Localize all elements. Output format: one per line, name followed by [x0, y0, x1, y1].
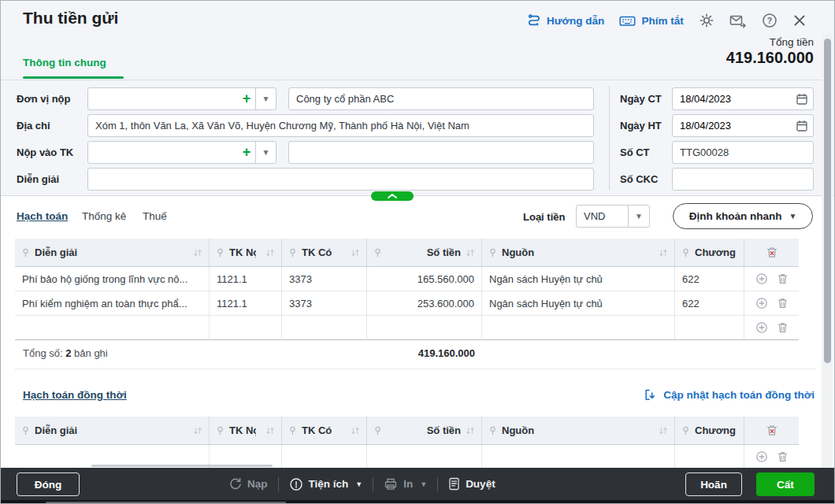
cell-description[interactable]: Phí kiểm nghiệm an toàn thực phẩ... [15, 291, 210, 316]
delete-all-rows-icon[interactable] [744, 417, 799, 445]
pin-icon[interactable] [21, 426, 30, 435]
cell-amount[interactable] [367, 316, 482, 340]
sort-icon[interactable] [351, 248, 360, 258]
accounting-table-row[interactable]: Phí kiểm nghiệm an toàn thực phẩ... 1121… [15, 291, 799, 316]
sort-icon[interactable] [659, 248, 668, 258]
account-dropdown-arrow[interactable]: ▼ [255, 142, 276, 163]
cell-chapter[interactable] [675, 445, 744, 468]
cell-amount[interactable]: 165.560.000 [367, 267, 482, 291]
payer-name-input[interactable] [288, 87, 594, 110]
tab-accounting[interactable]: Hạch toán [17, 210, 68, 222]
cell-source[interactable]: Ngân sách Huyện tự chủ [482, 267, 675, 291]
cell-amount[interactable] [367, 445, 482, 468]
posting-date-calendar-icon[interactable] [791, 120, 813, 132]
col-header-source[interactable]: Nguồn [482, 417, 675, 445]
cell-source[interactable]: Ngân sách Huyện tự chủ [482, 291, 675, 316]
utilities-button[interactable]: Tiện ích ▼ [289, 477, 363, 491]
pin-icon[interactable] [373, 248, 382, 258]
sort-icon[interactable] [466, 426, 475, 435]
add-row-icon[interactable] [755, 272, 768, 285]
delete-row-icon[interactable] [777, 272, 789, 285]
cell-credit[interactable] [282, 316, 367, 340]
col-header-amount[interactable]: Số tiền [367, 239, 482, 267]
ckc-input[interactable] [672, 168, 814, 191]
delete-row-icon[interactable] [777, 321, 789, 334]
sort-icon[interactable] [193, 426, 202, 435]
pin-icon[interactable] [216, 426, 225, 435]
sort-icon[interactable] [193, 248, 202, 258]
delete-all-rows-icon[interactable] [744, 239, 799, 267]
col-header-chapter[interactable]: Chương [675, 417, 744, 445]
vertical-scrollbar-thumb[interactable] [824, 39, 831, 363]
currency-select[interactable]: VND ▼ [576, 205, 650, 228]
add-payer-icon[interactable]: + [238, 88, 255, 109]
add-row-icon[interactable] [755, 321, 768, 334]
pin-icon[interactable] [288, 248, 297, 258]
sort-icon[interactable] [351, 426, 360, 435]
cell-debit[interactable]: 1121.1 [210, 267, 282, 291]
reload-button[interactable]: Nạp [228, 477, 268, 491]
settings-gear-icon[interactable] [699, 13, 714, 28]
cell-amount[interactable]: 253.600.000 [367, 291, 482, 316]
print-button[interactable]: In ▼ [384, 477, 427, 491]
doc-no-input[interactable] [672, 141, 814, 164]
col-header-credit[interactable]: TK Có [282, 239, 367, 267]
guide-link[interactable]: Hướng dẫn [527, 13, 604, 28]
simultaneous-posting-link[interactable]: Hạch toán đồng thời [23, 389, 127, 401]
cell-credit[interactable] [282, 445, 367, 468]
delete-row-icon[interactable] [777, 450, 789, 463]
deposit-account-input[interactable] [88, 142, 238, 163]
sort-icon[interactable] [466, 248, 475, 258]
cell-source[interactable] [482, 316, 675, 340]
col-header-description[interactable]: Diễn giải [15, 239, 210, 267]
add-account-icon[interactable]: + [238, 142, 255, 163]
help-icon[interactable]: ? [762, 13, 777, 28]
pin-icon[interactable] [488, 426, 497, 435]
cell-debit[interactable] [210, 316, 282, 340]
sort-icon[interactable] [265, 248, 275, 258]
pin-icon[interactable] [681, 426, 690, 435]
cell-credit[interactable]: 3373 [282, 291, 367, 316]
cell-chapter[interactable] [675, 316, 744, 340]
accounting-table-row[interactable]: Phí bảo hộ giống trong lĩnh vực nô... 11… [15, 267, 799, 291]
description-input[interactable] [87, 168, 594, 191]
tab-general-info[interactable]: Thông tin chung [23, 57, 106, 69]
pin-icon[interactable] [216, 248, 225, 258]
close-icon[interactable] [792, 13, 807, 28]
add-row-icon[interactable] [755, 297, 768, 309]
col-header-debit[interactable]: TK Nợ [210, 417, 282, 445]
col-header-source[interactable]: Nguồn [482, 239, 675, 267]
cell-source[interactable] [482, 445, 675, 468]
pin-icon[interactable] [681, 248, 690, 258]
close-button[interactable]: Đóng [17, 472, 80, 496]
delete-row-icon[interactable] [777, 297, 789, 309]
col-header-debit[interactable]: TK Nợ [210, 239, 282, 267]
deposit-account-name-input[interactable] [288, 141, 594, 164]
col-header-amount[interactable]: Số tiền [367, 417, 482, 445]
col-header-chapter[interactable]: Chương [675, 239, 744, 267]
approve-button[interactable]: Duyệt [448, 477, 495, 491]
cell-chapter[interactable]: 622 [675, 291, 744, 316]
address-input[interactable] [87, 114, 594, 137]
currency-dropdown-arrow[interactable]: ▼ [628, 206, 649, 227]
posting-date-input[interactable] [673, 120, 791, 132]
sort-icon[interactable] [659, 426, 668, 435]
tab-statistics[interactable]: Thống kê [82, 210, 126, 222]
save-button[interactable]: Cất [756, 472, 815, 496]
add-row-icon[interactable] [755, 450, 768, 463]
doc-date-input[interactable] [673, 93, 791, 105]
cell-description[interactable] [15, 316, 210, 340]
quick-posting-button[interactable]: Định khoản nhanh ▼ [673, 203, 813, 229]
accounting-table-empty-row[interactable] [15, 316, 799, 340]
sort-icon[interactable] [265, 426, 275, 435]
col-header-credit[interactable]: TK Có [282, 417, 367, 445]
payer-dropdown-arrow[interactable]: ▼ [255, 88, 276, 109]
pin-icon[interactable] [21, 248, 30, 258]
doc-date-calendar-icon[interactable] [791, 93, 813, 106]
horizontal-scrollbar[interactable] [91, 465, 273, 467]
collapse-form-button[interactable] [371, 191, 414, 201]
pin-icon[interactable] [373, 426, 382, 435]
cell-credit[interactable]: 3373 [282, 267, 367, 291]
tab-tax[interactable]: Thuế [143, 210, 167, 222]
send-mail-icon[interactable] [729, 13, 747, 28]
